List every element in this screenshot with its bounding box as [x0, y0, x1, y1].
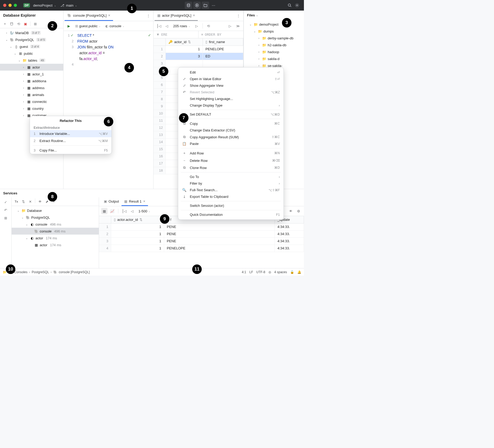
tree-item[interactable]: › ▦ additiona: [0, 77, 63, 84]
notifications-icon[interactable]: 🔔: [297, 270, 301, 274]
context-menu-item[interactable]: ⧉Copy⌘C: [178, 120, 284, 127]
context-menu-item[interactable]: Edit⏎: [178, 69, 284, 76]
tree-item[interactable]: › ▦ actor_1: [0, 71, 63, 77]
settings-icon[interactable]: [293, 2, 301, 9]
session-crumb[interactable]: ◐ console ⌄: [104, 24, 126, 29]
maximize-window-button[interactable]: [14, 4, 17, 7]
tree-item[interactable]: ▦ actor 174 ms: [12, 241, 99, 248]
ok-icon[interactable]: ✓: [3, 199, 9, 205]
tree-item[interactable]: › 📁 derby-sample-db: [244, 35, 304, 42]
readonly-icon[interactable]: ◎: [268, 270, 271, 274]
refactor-option[interactable]: 1Introduce Variable...⌥⌘V: [30, 130, 111, 137]
breadcrumb[interactable]: 📁 ase Consoles› PostgreSQL› 🐘 console [P…: [3, 270, 90, 274]
lock-icon[interactable]: 🔓: [290, 270, 294, 274]
layout-icon[interactable]: ⊞: [3, 215, 9, 221]
tree-item[interactable]: ⌄ ◐ actor 174 ms: [12, 235, 99, 241]
tab-actor[interactable]: ▦ actor [PostgreSQL] ×: [155, 11, 198, 21]
run-button[interactable]: ▶: [66, 23, 72, 29]
context-menu-item[interactable]: Change Display Type›: [178, 102, 284, 109]
encoding[interactable]: UTF-8: [256, 270, 265, 274]
row-count[interactable]: 205 rows⌄: [172, 24, 192, 29]
table-row[interactable]: 4 1 PENELOPE 4:34:33.: [99, 245, 304, 252]
prev-page-button[interactable]: ◁: [164, 23, 170, 29]
expand-button[interactable]: ⇅: [20, 198, 26, 205]
context-menu-item[interactable]: ⧉Copy Aggregation Result (SUM)⇧⌘C: [178, 134, 284, 140]
tx-button[interactable]: Tx: [13, 198, 20, 205]
tree-item[interactable]: › 📁 sakila-d: [244, 55, 304, 62]
more-button[interactable]: ≫: [235, 23, 241, 29]
schema-crumb[interactable]: ⊞ guest.public ⌄: [74, 24, 102, 29]
tree-item[interactable]: › ▦ animals: [0, 91, 63, 98]
tab-options-button[interactable]: ⋮: [145, 14, 152, 18]
context-menu-item[interactable]: ⧉Clone Row⌘D: [178, 164, 284, 171]
table-row[interactable]: 2 1 PENE 4:34:33.: [99, 231, 304, 238]
first-page-button[interactable]: ⎮◁: [121, 208, 127, 214]
project-selector[interactable]: DP demoProject ⌄: [21, 2, 58, 8]
tree-item[interactable]: ⌄ 📁 demoProject: [244, 21, 304, 28]
tree-item[interactable]: ⌄ 📁 tables 49: [0, 57, 63, 64]
context-menu-item[interactable]: Quick DocumentationF1: [178, 211, 284, 218]
files-title[interactable]: Files ⌄: [244, 11, 304, 20]
refresh-button[interactable]: ⟲: [15, 21, 22, 27]
next-button[interactable]: ▷: [227, 23, 233, 29]
search-icon[interactable]: [286, 2, 293, 9]
context-menu-item[interactable]: ⤓Export Table to Clipboard: [178, 193, 284, 200]
context-menu-item[interactable]: Filter by›: [178, 180, 284, 187]
close-tab-button[interactable]: ×: [193, 13, 195, 17]
view-options-button[interactable]: ⊞: [32, 21, 38, 27]
context-menu-item[interactable]: Switch Session (actor): [178, 202, 284, 209]
tree-item[interactable]: ⌄ ⊞ public: [0, 50, 63, 57]
table-view-button[interactable]: ▦: [101, 208, 107, 214]
new-datasource-button[interactable]: ＋: [2, 21, 8, 27]
close-tab-button[interactable]: ×: [108, 13, 110, 17]
tab-console[interactable]: 🐘 console [PostgreSQL] ×: [65, 11, 113, 21]
first-page-button[interactable]: ⎮◁: [156, 23, 162, 29]
tree-item[interactable]: 🐘 console 496 ms: [12, 228, 99, 235]
context-menu-item[interactable]: ＋Add Row⌘N: [178, 149, 284, 157]
context-menu-item[interactable]: 🔍Full-Text Search...⌥⇧⌘F: [178, 187, 284, 193]
orderby-filter[interactable]: ≡ORDER BY: [199, 31, 243, 38]
page-range[interactable]: 1-500⌄: [137, 209, 152, 214]
context-menu-item[interactable]: 📋Paste⌘V: [178, 140, 284, 147]
refactor-option[interactable]: 2Extract Routine...⌥⌘M: [30, 137, 111, 144]
context-menu-item[interactable]: －Delete Row⌘⌫: [178, 157, 284, 164]
context-menu-item[interactable]: Change Data Extractor (CSV): [178, 127, 284, 134]
result-grid[interactable]: ▯actor.actor_id⇅ ▯f _update 1 1 PENE 4:3…: [99, 216, 304, 268]
context-menu-item[interactable]: Set Highlighting Language...: [178, 95, 284, 102]
datasource-properties-button[interactable]: [8, 21, 15, 27]
database-tool-icon[interactable]: [185, 2, 192, 9]
tree-item[interactable]: › ▦ actor: [0, 64, 63, 71]
indent[interactable]: 4 spaces: [274, 270, 287, 274]
view-button[interactable]: 👁: [37, 198, 43, 205]
table-row[interactable]: 3 1 PENE 4:34:33.: [99, 238, 304, 245]
tree-item[interactable]: ⌄ ▯ guest 2 of 4: [0, 43, 63, 50]
context-menu-item[interactable]: Go To›: [178, 173, 284, 180]
context-menu-item[interactable]: ↶Revert Selected⌥⌘Z: [178, 89, 284, 95]
context-menu-item[interactable]: ⤢Open in Value Editor⇧⏎: [178, 76, 284, 82]
close-window-button[interactable]: [3, 4, 6, 7]
line-ending[interactable]: LF: [249, 270, 253, 274]
tree-item[interactable]: ⌄ 🐘 PostgreSQL: [12, 214, 99, 221]
next-page-button[interactable]: ▷: [194, 23, 200, 29]
where-filter[interactable]: ▼ERE: [154, 31, 199, 38]
tree-item[interactable]: ⌄ 📁 dumps: [244, 28, 304, 35]
reload-button[interactable]: ⟲: [205, 23, 212, 29]
branch-selector[interactable]: ⎇ main ⌄: [58, 2, 79, 8]
tree-item[interactable]: › 📁 hadoop: [244, 48, 304, 55]
table-row[interactable]: 2 3 ED: [154, 53, 243, 60]
context-menu-item[interactable]: ⤢Show Aggregate View: [178, 82, 284, 89]
tree-item[interactable]: ⌄ 📁 Database: [12, 207, 99, 214]
table-row[interactable]: 1 1 PENELOPE: [154, 46, 243, 53]
files-tool-icon[interactable]: [202, 2, 209, 9]
table-row[interactable]: 3: [154, 60, 243, 67]
database-tree[interactable]: › 🦭 MariaDB 3 of 7 ⌄ 🐘 PostgreSQL 1 of 5…: [0, 28, 63, 189]
code-editor[interactable]: 1 ✓234 ✓ SELECT *FROM actorJOIN film_act…: [64, 31, 153, 189]
eye-button[interactable]: 👁: [288, 208, 294, 214]
tree-item[interactable]: › ▦ connectic: [0, 98, 63, 105]
tab-options-button[interactable]: ⋮: [235, 14, 242, 18]
close-icon[interactable]: ×: [143, 199, 145, 203]
cancel-button[interactable]: ✕: [27, 198, 33, 205]
tree-item[interactable]: › ▦ country: [0, 105, 63, 112]
tab-output[interactable]: ▣Output: [101, 197, 122, 206]
settings-button[interactable]: ⚙: [295, 208, 302, 214]
